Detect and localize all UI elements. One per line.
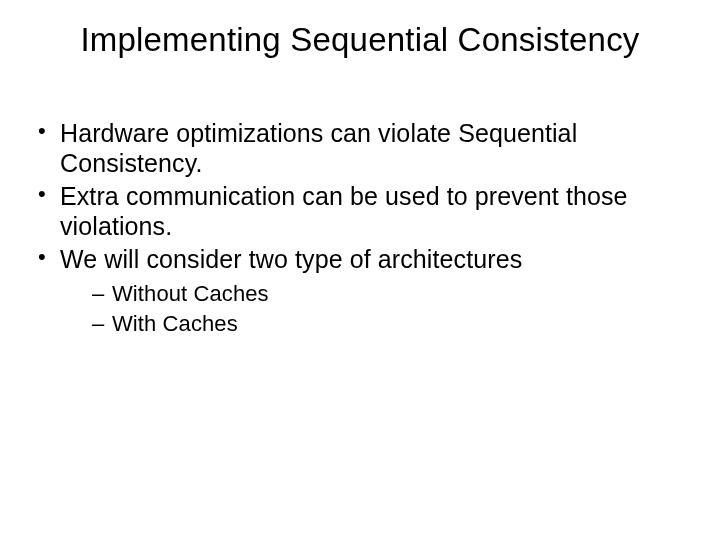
- slide-title: Implementing Sequential Consistency: [0, 20, 720, 60]
- bullet-text: We will consider two type of architectur…: [60, 245, 522, 273]
- slide-content: Hardware optimizations can violate Seque…: [0, 118, 720, 338]
- sub-bullet-list: Without Caches With Caches: [60, 280, 686, 337]
- bullet-list: Hardware optimizations can violate Seque…: [34, 118, 686, 338]
- bullet-text: Hardware optimizations can violate Seque…: [60, 119, 577, 178]
- bullet-item: Hardware optimizations can violate Seque…: [34, 118, 686, 179]
- bullet-text: Extra communication can be used to preve…: [60, 182, 628, 241]
- sub-bullet-item: Without Caches: [90, 280, 686, 308]
- sub-bullet-text: With Caches: [112, 311, 238, 336]
- slide: Implementing Sequential Consistency Hard…: [0, 0, 720, 540]
- bullet-item: Extra communication can be used to preve…: [34, 181, 686, 242]
- sub-bullet-text: Without Caches: [112, 281, 269, 306]
- bullet-item: We will consider two type of architectur…: [34, 244, 686, 338]
- sub-bullet-item: With Caches: [90, 310, 686, 338]
